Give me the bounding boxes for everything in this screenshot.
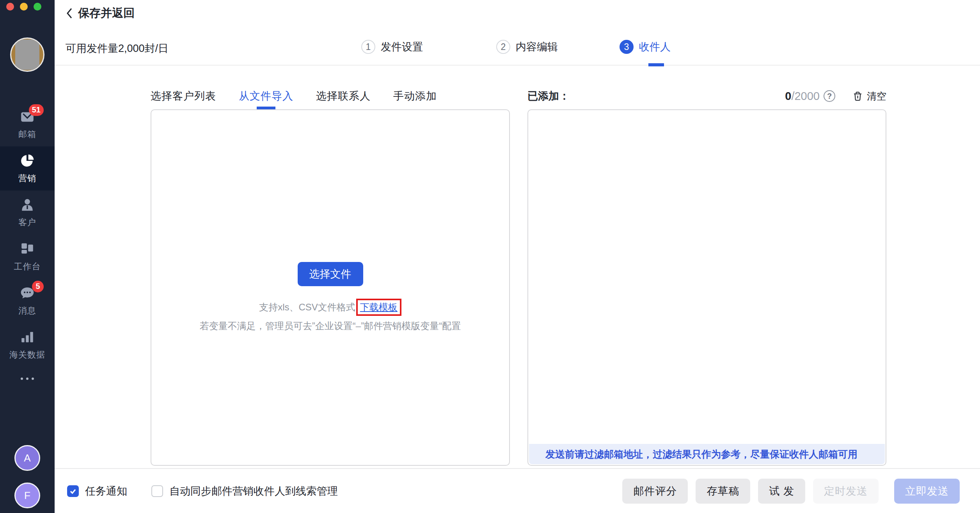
sidebar-item-customers[interactable]: 客户 <box>0 191 55 235</box>
clear-recipients-button[interactable]: 清空 <box>852 90 886 103</box>
tab-import-from-file[interactable]: 从文件导入 <box>239 87 293 105</box>
choose-file-button[interactable]: 选择文件 <box>298 262 363 286</box>
user-avatar[interactable] <box>10 37 44 72</box>
tab-manual-add[interactable]: 手动添加 <box>393 87 437 105</box>
annotation-red-box: 下载模板 <box>356 299 401 316</box>
filter-notice-bar: 发送前请过滤邮箱地址，过滤结果只作为参考，尽量保证收件人邮箱可用 <box>529 444 885 464</box>
scheduled-send-button[interactable]: 定时发送 <box>813 479 879 504</box>
account-avatar-a[interactable]: A <box>14 445 40 471</box>
sidebar-item-messages[interactable]: 5 消息 <box>0 279 55 323</box>
step-number: 3 <box>620 40 634 54</box>
step-number: 2 <box>496 40 510 54</box>
sidebar-item-marketing[interactable]: 营销 <box>0 146 55 191</box>
clear-label: 清空 <box>867 90 886 103</box>
email-score-button[interactable]: 邮件评分 <box>622 479 688 504</box>
sidebar-item-label: 营销 <box>18 173 36 184</box>
window-controls <box>6 3 41 11</box>
step-recipients[interactable]: 3 收件人 <box>620 40 671 54</box>
sidebar-item-customs-data[interactable]: 海关数据 <box>0 323 55 367</box>
zoom-window-button[interactable] <box>34 3 41 11</box>
variable-config-hint: 若变量不满足，管理员可去”企业设置“–”邮件营销模版变量“配置 <box>151 320 509 332</box>
trash-icon <box>852 91 863 102</box>
pie-chart-icon <box>20 153 35 168</box>
mail-badge: 51 <box>29 104 44 116</box>
sidebar-item-label: 客户 <box>18 217 36 228</box>
close-window-button[interactable] <box>6 3 14 11</box>
avatar-image <box>15 39 39 70</box>
header-divider <box>55 65 980 66</box>
person-icon <box>20 198 35 212</box>
auto-sync-label: 自动同步邮件营销收件人到线索管理 <box>169 484 338 498</box>
save-draft-button[interactable]: 存草稿 <box>696 479 750 504</box>
grid-icon <box>20 242 35 256</box>
task-notify-checkbox-row[interactable]: 任务通知 <box>67 484 127 498</box>
added-count: 0 <box>785 90 791 103</box>
more-icon <box>21 378 23 380</box>
step-content-edit[interactable]: 2 内容编辑 <box>496 40 558 54</box>
help-icon[interactable]: ? <box>824 90 835 102</box>
footer-buttons: 邮件评分 存草稿 试 发 定时发送 立即发送 <box>622 479 960 504</box>
sidebar-nav: 51 邮箱 营销 <box>0 102 55 390</box>
sidebar-item-label: 邮箱 <box>18 128 36 140</box>
auto-sync-checkbox[interactable] <box>151 485 163 497</box>
step-number: 1 <box>361 40 375 54</box>
sidebar-item-mail[interactable]: 51 邮箱 <box>0 102 55 146</box>
chevron-left-icon <box>66 7 73 20</box>
app-window: 51 邮箱 营销 <box>0 0 980 513</box>
added-header: 已添加： 0 /2000 ? 清空 <box>527 87 886 105</box>
sidebar-more-button[interactable] <box>0 367 55 390</box>
account-avatar-f[interactable]: F <box>14 483 40 508</box>
file-format-hint: 支持xls、CSV文件格式 下载模板 <box>151 299 509 316</box>
step-label: 收件人 <box>639 40 671 54</box>
active-step-underline <box>648 63 664 66</box>
test-send-button[interactable]: 试 发 <box>758 479 805 504</box>
step-label: 内容编辑 <box>516 40 558 54</box>
sidebar-item-label: 工作台 <box>14 261 41 273</box>
task-notify-checkbox[interactable] <box>67 485 79 497</box>
recipient-source-tabs: 选择客户列表 从文件导入 选择联系人 手动添加 <box>151 87 437 105</box>
daily-quota-text: 可用发件量2,000封/日 <box>66 41 169 55</box>
sidebar: 51 邮箱 营销 <box>0 0 55 513</box>
added-limit: /2000 <box>791 90 820 103</box>
import-file-panel: 选择文件 支持xls、CSV文件格式 下载模板 若变量不满足，管理员可去”企业设… <box>151 109 510 466</box>
page-title: 保存并返回 <box>78 5 135 21</box>
messages-badge: 5 <box>32 281 44 292</box>
download-template-link[interactable]: 下载模板 <box>360 302 398 312</box>
step-label: 发件设置 <box>381 40 423 54</box>
step-send-settings[interactable]: 1 发件设置 <box>361 40 423 54</box>
tab-select-contacts[interactable]: 选择联系人 <box>316 87 371 105</box>
tab-select-customer-list[interactable]: 选择客户列表 <box>151 87 216 105</box>
sidebar-item-label: 海关数据 <box>9 349 45 361</box>
active-tab-underline <box>257 107 275 109</box>
added-title: 已添加： <box>527 89 570 103</box>
filter-notice-text: 发送前请过滤邮箱地址，过滤结果只作为参考，尽量保证收件人邮箱可用 <box>545 448 858 461</box>
task-notify-label: 任务通知 <box>85 484 127 498</box>
check-icon <box>69 487 77 495</box>
send-now-button[interactable]: 立即发送 <box>894 479 960 504</box>
minimize-window-button[interactable] <box>20 3 28 11</box>
sidebar-item-workbench[interactable]: 工作台 <box>0 235 55 279</box>
added-recipients-panel: 发送前请过滤邮箱地址，过滤结果只作为参考，尽量保证收件人邮箱可用 <box>527 109 886 466</box>
auto-sync-checkbox-row[interactable]: 自动同步邮件营销收件人到线索管理 <box>151 484 338 498</box>
back-save-return-button[interactable]: 保存并返回 <box>66 5 135 21</box>
sidebar-item-label: 消息 <box>18 305 36 317</box>
bar-chart-icon <box>20 330 35 345</box>
footer-action-bar: 任务通知 自动同步邮件营销收件人到线索管理 邮件评分 存草稿 试 发 定时发送 … <box>55 468 980 513</box>
